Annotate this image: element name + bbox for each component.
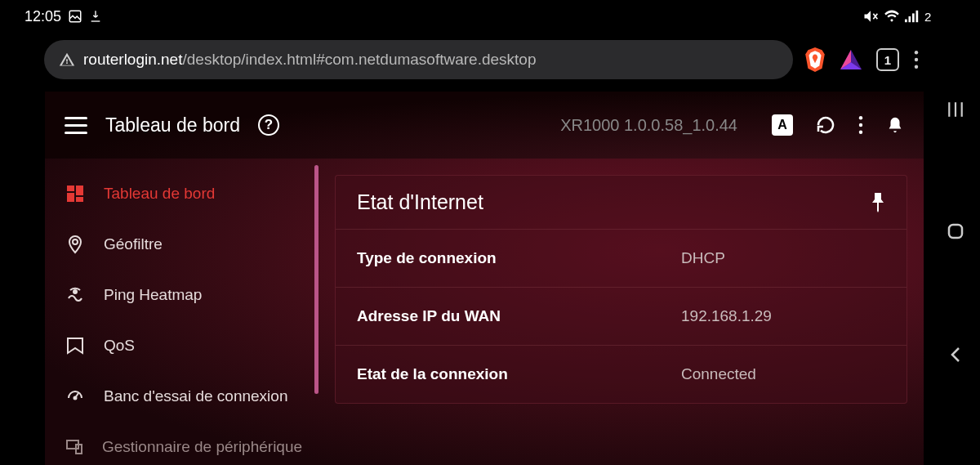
app-header: Tableau de bord ? XR1000 1.0.0.58_1.0.44… bbox=[45, 92, 924, 159]
sidebar-item-geofilter[interactable]: Géofiltre bbox=[45, 219, 318, 270]
row-value: Connected bbox=[681, 365, 885, 383]
svg-point-8 bbox=[915, 51, 918, 54]
row-value: 192.168.1.29 bbox=[681, 307, 885, 325]
status-time: 12:05 bbox=[24, 8, 61, 25]
recent-apps-button[interactable] bbox=[947, 101, 964, 118]
row-value: DHCP bbox=[681, 249, 885, 267]
sidebar-item-label: QoS bbox=[104, 337, 135, 355]
tab-count[interactable]: 1 bbox=[876, 48, 899, 71]
bat-icon[interactable] bbox=[840, 50, 862, 69]
dashboard-icon bbox=[65, 183, 86, 204]
download-icon bbox=[89, 10, 102, 23]
signal-icon bbox=[905, 10, 920, 23]
refresh-icon[interactable] bbox=[816, 115, 835, 135]
geofilter-icon bbox=[65, 234, 86, 255]
svg-point-12 bbox=[859, 123, 862, 127]
svg-point-13 bbox=[859, 131, 862, 134]
status-bar: 12:05 29% bbox=[0, 0, 980, 33]
firmware-version: XR1000 1.0.0.58_1.0.44 bbox=[560, 116, 737, 135]
heatmap-icon bbox=[65, 284, 86, 306]
insecure-icon bbox=[59, 51, 75, 68]
row-connection-status: Etat de la connexion Connected bbox=[336, 345, 906, 403]
home-button[interactable] bbox=[946, 221, 965, 241]
svg-point-20 bbox=[74, 397, 77, 400]
armor-icon[interactable]: A bbox=[772, 114, 793, 136]
card-title: Etat d'Internet bbox=[357, 190, 483, 214]
bell-icon[interactable] bbox=[886, 115, 904, 135]
row-label: Etat de la connexion bbox=[357, 365, 681, 383]
app-menu-icon[interactable] bbox=[858, 116, 863, 134]
sidebar: Tableau de bord Géofiltre Ping Heatmap bbox=[45, 159, 318, 465]
row-label: Type de connexion bbox=[357, 249, 681, 267]
sidebar-item-label: Ping Heatmap bbox=[104, 286, 202, 304]
svg-point-11 bbox=[859, 116, 862, 119]
svg-rect-16 bbox=[67, 193, 74, 202]
sidebar-item-label: Banc d'essai de connexion bbox=[104, 387, 287, 405]
svg-point-9 bbox=[915, 58, 918, 61]
sidebar-item-label: Tableau de bord bbox=[104, 185, 215, 203]
pin-icon[interactable] bbox=[871, 193, 885, 212]
devices-icon bbox=[65, 436, 84, 458]
browser-menu-icon[interactable] bbox=[914, 51, 919, 69]
row-wan-ip: Adresse IP du WAN 192.168.1.29 bbox=[336, 287, 906, 345]
sidebar-item-benchmark[interactable]: Banc d'essai de connexion bbox=[45, 371, 318, 422]
svg-point-10 bbox=[915, 65, 918, 69]
sidebar-item-label: Géofiltre bbox=[104, 235, 163, 253]
url-text: routerlogin.net/desktop/index.html#com.n… bbox=[83, 51, 536, 69]
help-icon[interactable]: ? bbox=[258, 114, 279, 136]
sidebar-item-device-manager[interactable]: Gestionnaire de périphérique bbox=[45, 422, 318, 465]
image-icon bbox=[68, 9, 82, 24]
sidebar-item-dashboard[interactable]: Tableau de bord bbox=[45, 168, 318, 219]
url-path: /desktop/index.html#com.netdumasoftware.… bbox=[182, 51, 536, 68]
svg-rect-4 bbox=[915, 11, 918, 22]
url-box[interactable]: routerlogin.net/desktop/index.html#com.n… bbox=[44, 40, 793, 79]
main-content: Etat d'Internet Type de connexion DHCP A… bbox=[318, 159, 924, 465]
url-host: routerlogin.net bbox=[83, 51, 182, 68]
svg-rect-15 bbox=[76, 186, 83, 195]
speedometer-icon bbox=[65, 386, 86, 407]
internet-status-card: Etat d'Internet Type de connexion DHCP A… bbox=[335, 175, 907, 404]
hamburger-icon[interactable] bbox=[65, 117, 87, 134]
brave-icon[interactable] bbox=[804, 47, 826, 72]
svg-rect-26 bbox=[949, 225, 962, 238]
svg-rect-17 bbox=[76, 197, 83, 202]
wifi-icon bbox=[884, 10, 900, 23]
row-label: Adresse IP du WAN bbox=[357, 307, 681, 325]
svg-rect-1 bbox=[905, 20, 907, 23]
sidebar-item-ping-heatmap[interactable]: Ping Heatmap bbox=[45, 270, 318, 320]
row-connection-type: Type de connexion DHCP bbox=[336, 229, 906, 287]
sidebar-item-label: Gestionnaire de périphérique bbox=[102, 438, 302, 456]
page-title: Tableau de bord bbox=[105, 114, 240, 136]
svg-rect-2 bbox=[908, 16, 911, 22]
qos-icon bbox=[65, 335, 86, 356]
svg-point-19 bbox=[74, 290, 77, 293]
mute-icon bbox=[862, 8, 879, 25]
svg-rect-14 bbox=[67, 186, 74, 191]
router-app: Tableau de bord ? XR1000 1.0.0.58_1.0.44… bbox=[45, 92, 924, 465]
svg-rect-3 bbox=[912, 13, 915, 22]
os-nav-bar bbox=[931, 0, 980, 465]
sidebar-item-qos[interactable]: QoS bbox=[45, 320, 318, 371]
browser-bar: routerlogin.net/desktop/index.html#com.n… bbox=[44, 39, 919, 80]
svg-point-18 bbox=[73, 239, 78, 244]
back-button[interactable] bbox=[947, 345, 964, 364]
